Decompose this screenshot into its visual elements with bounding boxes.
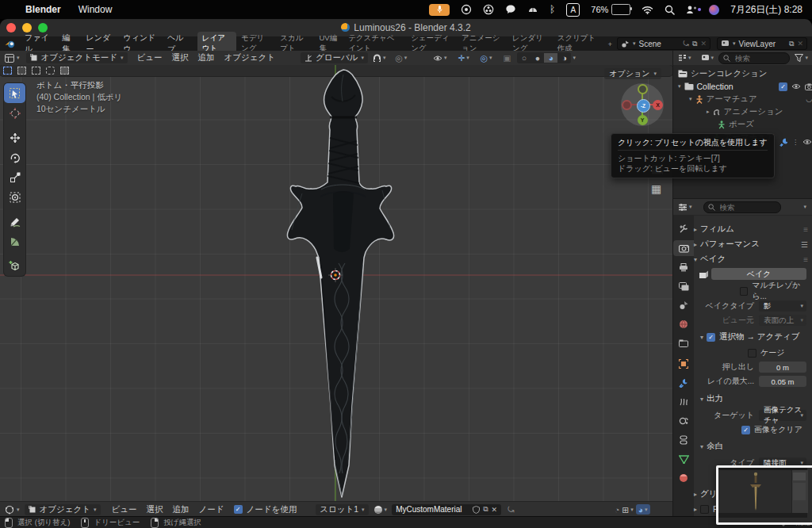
shading-options-chevron[interactable]: ▾	[573, 55, 576, 61]
shader-editor-type-button[interactable]: ▾	[0, 505, 25, 515]
panel-performance[interactable]: ▸パフォーマンス☰	[694, 238, 812, 251]
tab-physics[interactable]	[673, 413, 694, 429]
panel-film[interactable]: ▸フィルム≡	[694, 223, 812, 235]
eye-closed-icon[interactable]: ◡	[806, 95, 812, 103]
use-nodes-checkbox[interactable]: ✓	[234, 505, 243, 514]
shader-grid-snap-button[interactable]: ⊞▾	[622, 505, 633, 515]
viewport-3d[interactable]: ボトム・平行投影 (40) Collection | 低ポリ 10センチメートル…	[0, 65, 672, 501]
gizmos-toggle[interactable]: ✛▾	[454, 53, 474, 63]
collection-checkbox[interactable]: ✓	[779, 82, 787, 91]
toggle-ortho-grid-button[interactable]: ▦	[651, 182, 661, 195]
shading-rendered-button[interactable]: ◑	[557, 53, 571, 63]
viewport-options-dropdown[interactable]: オプション▾	[604, 68, 661, 79]
battery-indicator[interactable]: 76%	[591, 4, 630, 15]
proportional-editing-button[interactable]: ◎▾	[391, 53, 412, 63]
properties-options-chevron[interactable]: ▾	[803, 204, 812, 210]
viewport-menu-object[interactable]: オブジェクト	[220, 52, 280, 63]
freestyle-checkbox[interactable]	[700, 505, 709, 514]
cage-checkbox[interactable]	[748, 349, 756, 358]
ray-distance-field[interactable]: 0.05 m	[759, 376, 806, 387]
app-menu[interactable]: Blender	[25, 4, 61, 15]
shader-overlays-toggle[interactable]: ◕▾	[636, 504, 650, 515]
extrusion-field[interactable]: 0 m	[759, 362, 806, 373]
tab-constraints[interactable]	[673, 432, 694, 448]
unlink-material-icon[interactable]: ✕	[492, 506, 498, 514]
tool-rotate[interactable]	[4, 147, 25, 167]
disable-render-icon[interactable]	[805, 83, 812, 90]
selected-to-active-row[interactable]: ▾ ✓ 選択物 → アクティブ	[694, 331, 812, 343]
tab-tool[interactable]	[673, 221, 694, 237]
tab-particles[interactable]	[673, 394, 694, 410]
shader-snap-icon[interactable]: ◔	[615, 505, 619, 515]
overlays-toggle[interactable]: ◎▾	[476, 53, 497, 63]
shading-solid-button[interactable]: ●	[530, 53, 544, 63]
margin-subpanel[interactable]: ▾余白	[694, 440, 812, 453]
mode-dropdown[interactable]: オブジェクトモード▾	[26, 52, 128, 63]
tool-cursor[interactable]	[4, 103, 25, 123]
tool-move[interactable]	[4, 128, 25, 147]
tab-collection-props[interactable]	[673, 335, 694, 351]
material-name-field[interactable]: MyCustomMaterial ⧉ ✕	[392, 504, 501, 515]
outliner-filter-mode-button[interactable]: ▾	[696, 54, 719, 63]
gizmo-axis-x[interactable]: X	[653, 100, 663, 110]
window-menu[interactable]: Window	[79, 4, 113, 15]
shader-mode-dropdown[interactable]: オブジェクト▾	[25, 504, 101, 515]
new-viewlayer-icon[interactable]: ⧉	[789, 40, 794, 48]
gizmo-axis-neg-x[interactable]	[622, 100, 632, 110]
bake-button[interactable]: ベイク	[711, 268, 806, 280]
outliner-row-pose[interactable]: ポーズ	[718, 118, 812, 131]
screen-preview-thumbnail[interactable]	[716, 465, 812, 525]
hide-eye-icon[interactable]	[791, 83, 801, 90]
pin-icon[interactable]: ⤿	[684, 40, 690, 48]
shader-menu-select[interactable]: 選択	[142, 504, 168, 515]
bake-type-dropdown[interactable]: 影▾	[759, 300, 806, 312]
tool-scale[interactable]	[4, 167, 25, 187]
scene-selector[interactable]: ▾ Scene ⤿ ⧉ ✕	[617, 37, 710, 50]
gizmo-axis-neg-y[interactable]	[638, 84, 648, 94]
blender-logo-icon[interactable]	[5, 40, 16, 48]
chat-app-icon[interactable]	[505, 4, 516, 15]
editor-type-button[interactable]: ▾	[0, 54, 25, 63]
expand-icon[interactable]: ▾	[689, 96, 692, 102]
outliner-search[interactable]	[718, 52, 790, 64]
multires-checkbox[interactable]	[740, 287, 749, 296]
tool-annotate[interactable]	[4, 212, 25, 231]
pin-icon[interactable]: ⤿	[508, 505, 514, 515]
siri-icon[interactable]	[709, 5, 719, 15]
viewport-menu-view[interactable]: ビュー	[132, 52, 167, 63]
spotlight-search-icon[interactable]	[665, 5, 675, 15]
outliner-display-mode-button[interactable]: ▾	[673, 54, 696, 62]
add-workspace-button[interactable]: +	[603, 38, 617, 50]
shader-menu-add[interactable]: 追加	[168, 504, 194, 515]
outliner-row-armature[interactable]: ▾ アーマチュア ◡	[689, 93, 812, 105]
outliner-search-input[interactable]	[733, 53, 783, 63]
properties-search[interactable]	[703, 201, 781, 213]
tab-view-layer[interactable]	[673, 278, 694, 294]
target-dropdown[interactable]: 画像テクスチャ▾	[759, 410, 806, 421]
modifier-wrench-icon[interactable]	[779, 138, 788, 147]
user-switch-icon[interactable]	[686, 5, 698, 14]
snapping-button[interactable]: ▾	[368, 54, 391, 63]
shader-menu-view[interactable]: ビュー	[107, 504, 142, 515]
tab-world[interactable]	[673, 316, 694, 332]
shading-material-button[interactable]: ◕	[544, 53, 557, 63]
viewport-menu-select[interactable]: 選択	[167, 52, 193, 63]
outliner-row-scene-collection[interactable]: シーンコレクション	[678, 67, 812, 80]
shutter-icon[interactable]	[461, 4, 472, 15]
tab-scene[interactable]	[673, 297, 694, 313]
viewlayer-selector[interactable]: ▾ ViewLayer ⧉ ✕	[717, 37, 807, 50]
xray-toggle[interactable]: ▣	[499, 53, 516, 63]
tab-object[interactable]	[673, 356, 694, 372]
expand-icon[interactable]: ▾	[678, 83, 681, 90]
navigation-gizmo[interactable]: Y X -Z	[621, 83, 664, 126]
panel-bake[interactable]: ▾ベイク≡	[694, 253, 812, 266]
gizmo-axis-z[interactable]: -Z	[637, 99, 650, 113]
tab-render[interactable]	[673, 240, 694, 256]
viewport-menu-add[interactable]: 追加	[193, 52, 220, 63]
material-browse-button[interactable]: ▾	[369, 505, 393, 515]
fan-icon[interactable]	[483, 4, 494, 15]
wifi-icon[interactable]	[642, 6, 653, 14]
gizmo-axis-y[interactable]: Y	[638, 115, 648, 125]
shader-menu-node[interactable]: ノード	[194, 504, 229, 515]
show-gizmo-dropdown[interactable]: ▾	[428, 55, 452, 62]
